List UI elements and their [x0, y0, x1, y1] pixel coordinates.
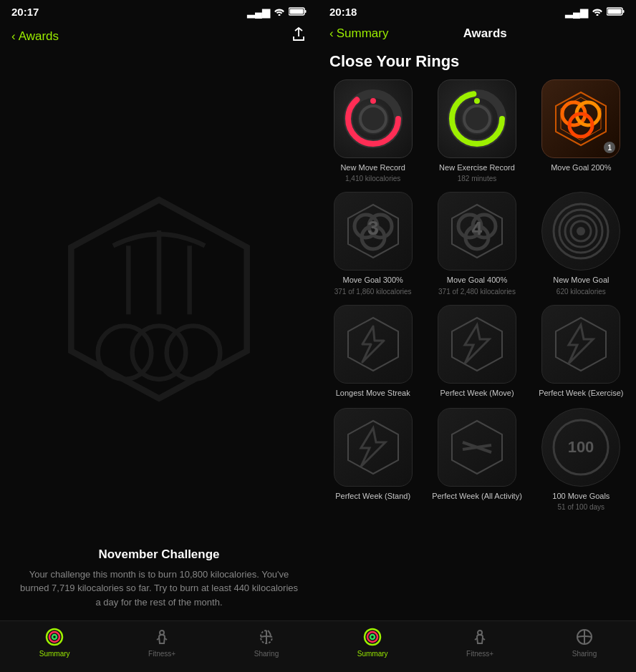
award-name-7: Perfect Week (Move) [440, 388, 514, 398]
award-perfect-week-stand[interactable]: Perfect Week (Stand) [325, 408, 420, 512]
time-left: 20:17 [11, 6, 39, 18]
award-badge-goal-300: 3 [334, 192, 413, 271]
award-move-goal-300[interactable]: 3 Move Goal 300% 371 of 1,860 kilocalori… [325, 192, 420, 296]
svg-point-5 [132, 326, 186, 380]
svg-text:3: 3 [367, 217, 379, 239]
svg-rect-16 [608, 9, 622, 14]
award-name-8: Perfect Week (Exercise) [539, 388, 623, 398]
award-badge-exercise-record [438, 79, 516, 158]
challenge-title: November Challenge [17, 547, 301, 562]
award-sub-11: 51 of 100 days [558, 502, 605, 512]
awards-grid: New Move Record 1,410 kilocalories New E… [325, 79, 629, 523]
award-new-move-record[interactable]: New Move Record 1,410 kilocalories [325, 79, 420, 183]
award-new-exercise-record[interactable]: New Exercise Record 182 minutes [429, 79, 524, 183]
nav-bar-left: ‹ Awards [0, 21, 318, 52]
svg-rect-1 [290, 9, 304, 14]
award-badge-perfect-stand [334, 408, 413, 487]
tab-label-fitness-right: Fitness+ [466, 650, 493, 658]
award-100-move-goals[interactable]: 100 100 Move Goals 51 of 100 days [534, 408, 629, 512]
svg-text:100: 100 [568, 438, 594, 456]
award-name-3: Move Goal 300% [342, 275, 403, 285]
svg-point-20 [357, 103, 389, 135]
award-perfect-week-move[interactable]: Perfect Week (Move) [429, 305, 524, 399]
award-perfect-week-all[interactable]: Perfect Week (All Activity) [429, 408, 524, 512]
status-bar-left: 20:17 ▂▄▆ [0, 0, 318, 21]
share-button[interactable] [291, 26, 307, 46]
award-badge-new-goal [541, 192, 620, 271]
tab-bar-right: Summary Fitness+ Sharing [318, 620, 636, 672]
award-longest-move-streak[interactable]: Longest Move Streak [325, 305, 420, 399]
back-button-left[interactable]: ‹ Awards [11, 29, 59, 44]
award-move-goal-200[interactable]: 1 Move Goal 200% [534, 79, 629, 183]
tab-fitness-left[interactable]: Fitness+ [148, 627, 175, 658]
hex-container [0, 52, 318, 547]
award-sub-4: 371 of 2,480 kilocalories [438, 287, 516, 296]
tab-summary-left[interactable]: Summary [39, 627, 70, 658]
award-name-6: Longest Move Streak [336, 388, 410, 398]
tab-fitness-right[interactable]: Fitness+ [466, 627, 493, 658]
svg-point-47 [577, 227, 585, 235]
svg-point-11 [49, 632, 59, 642]
award-badge-goal-200: 1 [541, 79, 620, 158]
award-name-9: Perfect Week (Stand) [335, 491, 410, 501]
fitness-icon-right [470, 627, 490, 647]
svg-point-59 [370, 635, 375, 639]
awards-scroll[interactable]: New Move Record 1,410 kilocalories New E… [318, 79, 636, 620]
award-name-4: Move Goal 400% [447, 275, 507, 285]
tab-sharing-left[interactable]: Sharing [254, 627, 279, 658]
award-badge-perfect-exercise [541, 305, 620, 384]
nav-bar-right: ‹ Summary Awards [318, 21, 636, 47]
badge-number-200: 1 [604, 142, 615, 153]
svg-rect-17 [623, 10, 625, 13]
back-label-left: Awards [19, 29, 59, 44]
award-new-move-goal[interactable]: New Move Goal 620 kilocalories [534, 192, 629, 296]
wifi-icon-left [274, 6, 285, 18]
tab-label-sharing-left: Sharing [254, 650, 279, 658]
award-perfect-week-exercise[interactable]: Perfect Week (Exercise) [534, 305, 629, 399]
right-panel: 20:18 ▂▄▆ ‹ Summary Awards [318, 0, 636, 672]
wifi-icon-right [592, 6, 603, 18]
tab-label-sharing-right: Sharing [572, 650, 597, 658]
tab-label-summary-right: Summary [357, 650, 388, 658]
status-bar-right: 20:18 ▂▄▆ [318, 0, 636, 21]
award-badge-100-goals: 100 [541, 408, 620, 487]
challenge-info: November Challenge Your challenge this m… [0, 547, 318, 621]
back-button-right[interactable]: ‹ Summary [329, 26, 388, 41]
summary-icon-right [362, 627, 382, 647]
award-sub-1: 182 minutes [458, 174, 496, 183]
tab-summary-right[interactable]: Summary [357, 627, 388, 658]
award-move-goal-400[interactable]: 4 Move Goal 400% 371 of 2,480 kilocalori… [429, 192, 524, 296]
award-name-10: Perfect Week (All Activity) [432, 491, 522, 501]
svg-point-6 [167, 326, 221, 380]
tab-bar-left: Summary Fitness+ Sharing [0, 620, 318, 672]
left-panel: 20:17 ▂▄▆ ‹ Awards [0, 0, 318, 672]
svg-point-27 [474, 98, 480, 104]
svg-point-12 [52, 635, 57, 639]
award-name-2: Move Goal 200% [551, 162, 611, 172]
svg-point-58 [367, 632, 377, 642]
hex-badge-svg [44, 185, 274, 414]
award-name-11: 100 Move Goals [552, 491, 610, 501]
challenge-description: Your challenge this month is to burn 10,… [17, 568, 301, 610]
time-right: 20:18 [329, 6, 357, 18]
status-icons-left: ▂▄▆ [247, 6, 307, 18]
signal-icon-left: ▂▄▆ [247, 6, 270, 18]
award-badge-perfect-move [438, 305, 516, 384]
back-label-right: Summary [337, 26, 389, 41]
award-badge-longest-streak [334, 305, 413, 384]
sharing-icon-right [574, 627, 594, 647]
tab-sharing-right[interactable]: Sharing [572, 627, 597, 658]
chevron-left-icon: ‹ [11, 29, 16, 44]
award-name-5: New Move Goal [553, 275, 609, 285]
award-name-0: New Move Record [340, 162, 405, 172]
tab-label-fitness-left: Fitness+ [148, 650, 175, 658]
battery-icon-left [289, 6, 307, 18]
chevron-left-icon-right: ‹ [329, 26, 334, 41]
award-badge-move-record [334, 79, 413, 158]
award-sub-3: 371 of 1,860 kilocalories [334, 287, 412, 296]
nav-title-right: Awards [463, 26, 507, 41]
svg-point-25 [461, 103, 493, 135]
award-sub-0: 1,410 kilocalories [345, 174, 400, 183]
svg-point-22 [370, 98, 376, 104]
award-badge-goal-400: 4 [438, 192, 516, 271]
